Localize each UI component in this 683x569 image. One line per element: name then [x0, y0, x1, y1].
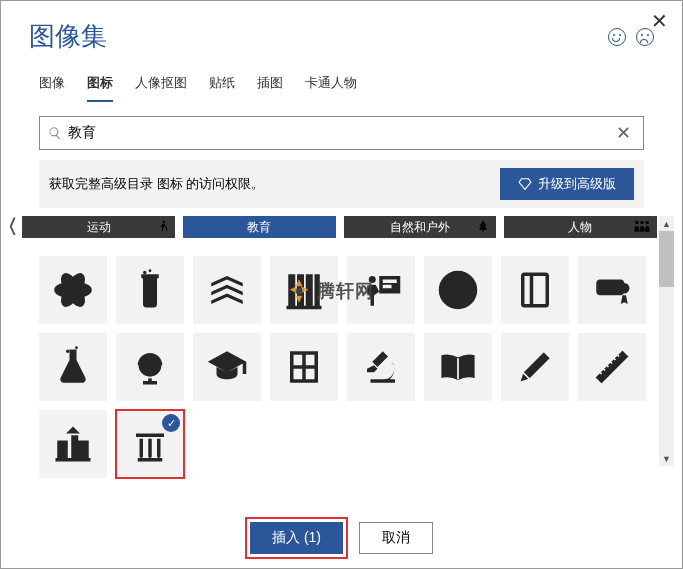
- category-sports[interactable]: 运动: [22, 216, 175, 238]
- insert-button[interactable]: 插入 (1): [250, 522, 343, 554]
- scroll-up-icon[interactable]: ▲: [659, 216, 674, 231]
- icon-open-book[interactable]: [424, 333, 492, 401]
- icon-grid: [31, 238, 651, 478]
- svg-point-1: [635, 220, 639, 224]
- tab-illust[interactable]: 插图: [257, 74, 283, 102]
- category-education[interactable]: 教育: [183, 216, 336, 238]
- icon-flask[interactable]: [39, 333, 107, 401]
- dialog-title: 图像集: [29, 19, 107, 54]
- upgrade-button[interactable]: 升级到高级版: [500, 168, 634, 200]
- icon-pencil[interactable]: [501, 333, 569, 401]
- tree-icon: [476, 219, 490, 236]
- scroll-down-icon[interactable]: ▼: [659, 451, 674, 466]
- search-field: ✕: [39, 116, 644, 150]
- diamond-icon: [518, 177, 532, 191]
- scroll-thumb[interactable]: [659, 231, 674, 287]
- category-people[interactable]: 人物: [504, 216, 657, 238]
- icon-school[interactable]: [39, 410, 107, 478]
- icon-clock[interactable]: [424, 256, 492, 324]
- tab-bar: 图像 图标 人像抠图 贴纸 插图 卡通人物: [1, 62, 682, 102]
- icon-notebook[interactable]: [501, 256, 569, 324]
- category-row: 运动 教育 自然和户外 人物: [22, 216, 656, 238]
- svg-point-13: [75, 346, 78, 349]
- svg-point-3: [645, 220, 649, 224]
- selected-check-icon: [162, 414, 180, 432]
- clear-search-icon[interactable]: ✕: [612, 122, 635, 144]
- icon-beaker[interactable]: [116, 256, 184, 324]
- feedback-happy-icon[interactable]: [608, 28, 626, 46]
- search-input[interactable]: [68, 125, 612, 141]
- svg-point-10: [369, 276, 376, 283]
- category-scroll-left[interactable]: ‹: [3, 198, 22, 250]
- icon-grad-cap[interactable]: [193, 333, 261, 401]
- tab-cartoon[interactable]: 卡通人物: [305, 74, 357, 102]
- svg-point-2: [640, 220, 644, 224]
- promo-bar: 获取完整高级目录 图标 的访问权限。 升级到高级版: [39, 160, 644, 208]
- tab-stickers[interactable]: 贴纸: [209, 74, 235, 102]
- svg-point-0: [163, 220, 165, 222]
- svg-point-12: [66, 350, 70, 354]
- icon-calculator[interactable]: [270, 333, 338, 401]
- tab-cutout[interactable]: 人像抠图: [135, 74, 187, 102]
- scrollbar[interactable]: ▲ ▼: [659, 216, 674, 466]
- feedback-sad-icon[interactable]: [636, 28, 654, 46]
- runner-icon: [155, 219, 169, 236]
- icon-atom[interactable]: [39, 256, 107, 324]
- svg-point-8: [143, 271, 147, 275]
- icon-globe[interactable]: [116, 333, 184, 401]
- people-icon: [633, 219, 651, 236]
- promo-text: 获取完整高级目录 图标 的访问权限。: [49, 175, 264, 193]
- icon-bookshelf[interactable]: [270, 256, 338, 324]
- close-icon[interactable]: ✕: [651, 9, 668, 33]
- svg-point-9: [149, 269, 152, 272]
- cancel-button[interactable]: 取消: [359, 522, 433, 554]
- icon-diploma[interactable]: [578, 256, 646, 324]
- icon-test-tubes[interactable]: [116, 410, 184, 478]
- search-icon: [48, 126, 62, 140]
- icon-books[interactable]: [193, 256, 261, 324]
- category-nature[interactable]: 自然和户外: [344, 216, 497, 238]
- icon-presentation[interactable]: [347, 256, 415, 324]
- icon-microscope[interactable]: [347, 333, 415, 401]
- tab-icons[interactable]: 图标: [87, 74, 113, 102]
- tab-images[interactable]: 图像: [39, 74, 65, 102]
- icon-ruler[interactable]: [578, 333, 646, 401]
